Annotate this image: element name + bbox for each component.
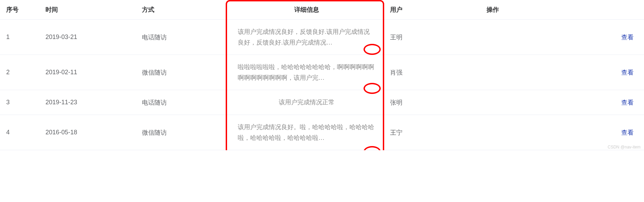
cell-time: 2019-02-11 <box>41 55 138 90</box>
view-link[interactable]: 查看 <box>621 129 634 136</box>
cell-time: 2019-11-23 <box>41 90 138 115</box>
cell-index: 4 <box>0 115 41 150</box>
view-link[interactable]: 查看 <box>621 34 634 41</box>
cell-time: 2019-03-21 <box>41 20 138 55</box>
cell-user: 王宁 <box>386 115 482 150</box>
cell-detail: 该用户完成情况良好，反馈良好.该用户完成情况良好，反馈良好.该用户完成情况… <box>227 20 386 55</box>
cell-method: 微信随访 <box>138 55 227 90</box>
cell-action: 查看 <box>482 20 644 55</box>
cell-user: 肖强 <box>386 55 482 90</box>
header-detail: 详细信息 <box>227 0 386 20</box>
table-row: 42016-05-18微信随访该用户完成情况良好。啦，哈哈哈哈啦，哈哈哈哈啦，哈… <box>0 115 644 150</box>
cell-user: 张明 <box>386 90 482 115</box>
header-action: 操作 <box>482 0 644 20</box>
cell-index: 2 <box>0 55 41 90</box>
cell-time: 2016-05-18 <box>41 115 138 150</box>
watermark: CSDN @nav-item <box>607 145 641 150</box>
cell-user: 王明 <box>386 20 482 55</box>
header-user: 用户 <box>386 0 482 20</box>
cell-method: 微信随访 <box>138 115 227 150</box>
cell-action: 查看 <box>482 90 644 115</box>
cell-index: 3 <box>0 90 41 115</box>
cell-method: 电话随访 <box>138 90 227 115</box>
table-header-row: 序号 时间 方式 详细信息 用户 操作 <box>0 0 644 20</box>
cell-method: 电话随访 <box>138 20 227 55</box>
cell-detail: 该用户完成情况良好。啦，哈哈哈哈啦，哈哈哈哈啦，哈哈哈哈啦，哈哈哈哈啦… <box>227 115 386 150</box>
cell-action: 查看 <box>482 55 644 90</box>
cell-detail: 该用户完成情况正常 <box>227 90 386 115</box>
table-row: 22019-02-11微信随访啦啦啦啦啦啦，哈哈哈哈哈哈哈哈，啊啊啊啊啊啊啊啊啊… <box>0 55 644 90</box>
cell-index: 1 <box>0 20 41 55</box>
header-method: 方式 <box>138 0 227 20</box>
header-index: 序号 <box>0 0 41 20</box>
view-link[interactable]: 查看 <box>621 99 634 106</box>
view-link[interactable]: 查看 <box>621 69 634 76</box>
data-table: 序号 时间 方式 详细信息 用户 操作 12019-03-21电话随访该用户完成… <box>0 0 644 150</box>
cell-detail: 啦啦啦啦啦啦，哈哈哈哈哈哈哈哈，啊啊啊啊啊啊啊啊啊啊啊啊啊啊，该用户完… <box>227 55 386 90</box>
table-row: 32019-11-23电话随访该用户完成情况正常张明查看 <box>0 90 644 115</box>
header-time: 时间 <box>41 0 138 20</box>
table-row: 12019-03-21电话随访该用户完成情况良好，反馈良好.该用户完成情况良好，… <box>0 20 644 55</box>
